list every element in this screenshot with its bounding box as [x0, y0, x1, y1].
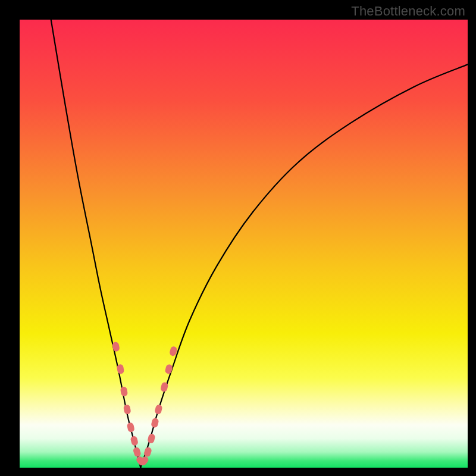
marker-point — [120, 386, 128, 397]
curve-layer — [20, 20, 468, 468]
curve-right-branch — [140, 64, 468, 468]
marker-point — [123, 404, 131, 415]
plot-area — [20, 20, 468, 468]
marker-point — [130, 436, 139, 446]
marker-point — [164, 364, 173, 374]
watermark-text: TheBottleneck.com — [351, 4, 465, 19]
outer-frame: TheBottleneck.com — [0, 0, 476, 476]
marker-point — [151, 418, 159, 428]
marker-point — [147, 433, 156, 444]
marker-point — [154, 404, 163, 415]
marker-point — [133, 446, 142, 458]
marker-point — [127, 422, 135, 433]
valley-markers — [112, 342, 178, 467]
curve-left-branch — [51, 20, 141, 468]
